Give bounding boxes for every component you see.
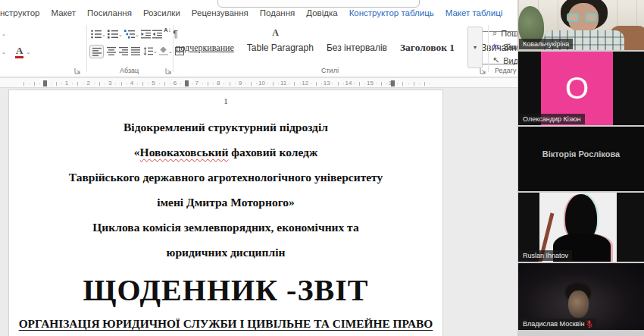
participant-tile[interactable]: Ruslan Ihnatov bbox=[518, 193, 644, 262]
ruler-tick bbox=[115, 83, 116, 84]
ruler-tick bbox=[72, 83, 73, 84]
group-separator bbox=[488, 25, 489, 72]
document-subject-line: ОРГАНІЗАЦІЯ ЮРИДИЧНОЇ СЛУЖБИ І ЦИВІЛЬНЕ … bbox=[9, 317, 442, 331]
ruler-number: 15 bbox=[367, 80, 374, 86]
ruler-tick bbox=[83, 83, 84, 84]
ruler-margin-marker[interactable] bbox=[391, 80, 395, 86]
line-spacing-button[interactable]: ⌄ bbox=[143, 47, 158, 55]
styles-gallery-more-button[interactable]: ▾ bbox=[467, 27, 483, 68]
ruler-tick bbox=[408, 83, 409, 84]
shading-button[interactable]: ⌄ bbox=[159, 47, 173, 55]
tab-mailings[interactable]: Розсилки bbox=[143, 8, 180, 17]
select-button[interactable]: ↖ Вид bbox=[492, 55, 517, 65]
doc-line: Відокремлений структурний підрозділ bbox=[9, 115, 442, 140]
participant-tile[interactable]: Вікторія Рослікова bbox=[518, 127, 644, 191]
tab-help[interactable]: Довідка bbox=[306, 8, 337, 17]
participant-tile[interactable]: Ковальчукіріна bbox=[518, 0, 644, 50]
ruler-number: 5 bbox=[152, 80, 155, 86]
group-separator bbox=[173, 25, 174, 72]
tab-table-layout[interactable]: Макет таблиці bbox=[445, 8, 503, 17]
bullet-list-button[interactable]: ⌄ bbox=[91, 30, 106, 39]
participant-name-label: Владислав Москвін bbox=[519, 319, 596, 329]
paragraph-dialog-launcher-icon[interactable] bbox=[165, 68, 172, 74]
ruler: 12345678910111213141516 bbox=[0, 77, 517, 88]
styles-dialog-launcher-icon[interactable] bbox=[480, 68, 486, 74]
tab-references[interactable]: Посилання bbox=[87, 8, 132, 17]
font-dialog-launcher-icon[interactable] bbox=[74, 68, 81, 74]
ruler-tick bbox=[338, 82, 339, 86]
ruler-tick bbox=[213, 83, 214, 84]
ruler-tick bbox=[164, 82, 165, 86]
style-podcherkivanie[interactable]: подчеркивание bbox=[176, 42, 234, 54]
ruler-margin-marker[interactable] bbox=[43, 80, 47, 86]
tab-table-design[interactable]: Конструктор таблиць bbox=[349, 8, 434, 17]
tab-view[interactable]: Подання bbox=[260, 8, 295, 17]
style-table-paragraph[interactable]: Table Paragraph bbox=[247, 42, 314, 53]
numbered-list-button[interactable]: ⌄ bbox=[108, 30, 123, 39]
tab-layout[interactable]: Макет bbox=[51, 8, 76, 17]
ruler-tick bbox=[137, 83, 138, 84]
ruler-tick bbox=[159, 83, 160, 84]
style-heading1[interactable]: Заголовок 1 bbox=[400, 42, 455, 54]
microphone-muted-icon bbox=[586, 320, 592, 328]
ruler-tick bbox=[316, 82, 317, 86]
ruler-number: 12 bbox=[302, 80, 308, 86]
ruler-margin-marker[interactable] bbox=[185, 80, 189, 86]
align-right-button[interactable] bbox=[119, 47, 128, 55]
ruler-tick bbox=[180, 83, 181, 84]
ruler-number: 10 bbox=[258, 80, 265, 86]
chevron-down-icon[interactable]: ⌄ bbox=[2, 31, 6, 36]
ruler-tick bbox=[34, 82, 35, 86]
doc-line: юридичних дисциплін bbox=[9, 240, 442, 265]
document-page[interactable]: 1 Відокремлений структурний підрозділ «Н… bbox=[8, 89, 443, 336]
ruler-tick bbox=[29, 83, 30, 84]
increase-indent-button[interactable] bbox=[152, 30, 162, 39]
ruler-tick bbox=[142, 82, 143, 86]
ruler-tick bbox=[202, 83, 203, 84]
ruler-number: 6 bbox=[174, 80, 177, 86]
tab-review[interactable]: Рецензування bbox=[192, 8, 249, 17]
ruler-tick bbox=[61, 83, 62, 84]
align-left-button[interactable] bbox=[89, 45, 104, 58]
ruler-number: 13 bbox=[324, 80, 330, 86]
align-center-button[interactable] bbox=[107, 47, 116, 55]
ruler-tick bbox=[414, 82, 414, 86]
ruler-tick bbox=[294, 82, 295, 86]
ruler-tick bbox=[321, 83, 322, 84]
ruler-tick bbox=[94, 83, 95, 84]
tab-constructor[interactable]: нструктор bbox=[0, 8, 39, 17]
multilevel-list-button[interactable]: ⌄ bbox=[124, 30, 139, 39]
ruler-number: 8 bbox=[217, 80, 220, 86]
ribbon-tab-bar: нструктор Макет Посилання Розсилки Рецен… bbox=[0, 0, 517, 22]
screen: нструктор Макет Посилання Розсилки Рецен… bbox=[0, 0, 644, 336]
styles-gallery: подчеркивание Table Paragraph Без інтерв… bbox=[176, 27, 517, 69]
participant-tile[interactable]: Владислав Москвін bbox=[518, 263, 644, 330]
ruler-number: 9 bbox=[239, 80, 242, 86]
ruler-tick bbox=[51, 83, 52, 84]
participant-tile[interactable]: O Олександир Кізюн bbox=[518, 52, 644, 125]
style-no-spacing[interactable]: Без інтервалів bbox=[327, 42, 387, 53]
ruler-tick bbox=[77, 82, 78, 86]
ruler-tick bbox=[419, 83, 420, 84]
decrease-indent-button[interactable] bbox=[141, 30, 151, 39]
ruler-tick bbox=[364, 83, 365, 84]
doc-line: Таврійського державного агротехнологічно… bbox=[9, 165, 442, 190]
ruler-tick bbox=[289, 83, 289, 84]
ruler-tick bbox=[235, 83, 236, 84]
font-color-button[interactable]: А⌄ bbox=[15, 46, 30, 58]
participant-name-label: Ruslan Ihnatov bbox=[519, 250, 572, 261]
document-header-block: Відокремлений структурний підрозділ «Нов… bbox=[9, 115, 442, 265]
replace-button[interactable]: ⇆ Зам bbox=[492, 42, 517, 52]
find-button[interactable]: ⌕ Пош bbox=[492, 28, 517, 38]
chevron-down-icon[interactable]: ⌄ bbox=[2, 49, 6, 55]
ruler-tick bbox=[278, 83, 279, 84]
ruler-tick bbox=[354, 83, 355, 84]
ruler-number: 7 bbox=[195, 80, 198, 86]
replace-icon: ⇆ bbox=[492, 42, 499, 52]
ruler-tick bbox=[376, 83, 377, 84]
sort-button[interactable]: А↓ bbox=[164, 28, 171, 33]
justify-button[interactable] bbox=[131, 47, 140, 55]
ruler-tick bbox=[267, 83, 268, 84]
ruler-tick bbox=[39, 83, 40, 84]
ruler-tick bbox=[148, 83, 148, 84]
